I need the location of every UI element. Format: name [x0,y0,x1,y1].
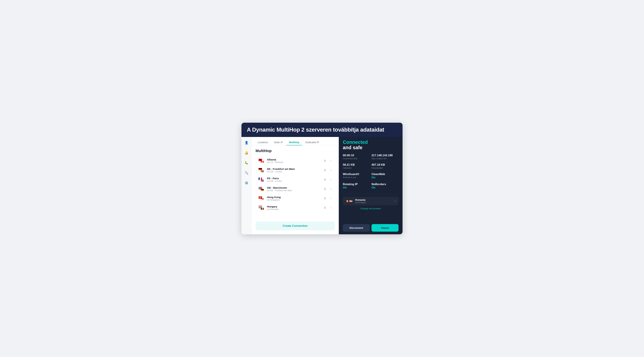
connected-header: Connected and safe [343,140,398,150]
server-info: Hong Kong via Singapore [267,196,323,201]
loc-flag-main: 🇷🇴 [345,200,350,203]
tab-locations[interactable]: Locations [255,140,271,145]
change-location-link[interactable]: Change exit location [343,207,398,210]
main-content: 👤 🔔 🐛 🔍 ⚙️ Locations Static IP MultiHop … [242,137,402,234]
tab-dedicated-ip[interactable]: Dedicated IP [303,140,322,145]
server-info: Albania via CA - Montreal [267,158,323,164]
stat-label-uploaded: Uploaded [343,167,370,169]
location-info: Romania via Hungary [355,198,394,204]
server-name: Hong Kong [267,196,323,198]
stat-cleanweb: CleanWeb On [372,172,398,179]
stat-subvalue-noborders: On [372,186,398,189]
stat-value-noborders: NoBorders [372,182,398,186]
create-connection-button[interactable]: Create Connection [256,222,335,230]
stat-value-uploaded: 58.21 KB [343,163,370,166]
stat-connection-time: 00:00:10 Connection time [343,154,370,160]
stat-uploaded: 58.21 KB Uploaded [343,163,370,169]
location-name: Romania [355,198,394,201]
flag-container: 🇦🇱 🇨🇦 [258,158,264,164]
server-actions: 🗑 ☆ [323,168,333,172]
flag-main: 🇬🇧 [258,186,263,190]
delete-icon[interactable]: 🗑 [323,206,327,210]
flag-main: 🇦🇱 [258,158,263,162]
sidebar-icon-notifications[interactable]: 🔔 [244,150,250,156]
sidebar-icon-profile[interactable]: 👤 [244,140,250,146]
section-title: MultiHop [256,149,335,153]
stat-rotating-ip: Rotating IP On [343,182,370,189]
stat-value-ip: 217.148.143.198 [372,154,398,157]
star-icon[interactable]: ☆ [329,158,333,163]
disconnect-button[interactable]: Disconnect [343,224,370,232]
location-star-icon[interactable]: ☆ [394,200,396,203]
list-item[interactable]: 🇦🇱 🇨🇦 Albania via CA - Montreal 🗑 ☆ [256,156,335,165]
server-name: Albania [267,158,323,161]
stat-protocol: WireGuard® Protocol in use [343,172,370,179]
create-btn-area: Create Connection [252,219,339,234]
stat-label-protocol: Protocol in use [343,176,370,178]
delete-icon[interactable]: 🗑 [323,158,327,163]
left-panel: Locations Static IP MultiHop Dedicated I… [252,137,339,234]
stat-downloaded: 407.18 KB Downloaded [372,163,398,169]
star-icon[interactable]: ☆ [329,177,333,182]
stat-label-downloaded: Downloaded [372,167,398,169]
star-icon[interactable]: ☆ [329,168,333,172]
sidebar-icon-settings[interactable]: ⚙️ [244,180,250,186]
star-icon[interactable]: ☆ [329,187,333,191]
flag-container: 🇩🇪 🇬🇧 [258,168,264,173]
sidebar: 👤 🔔 🐛 🔍 ⚙️ [242,137,252,234]
server-via: via DE - Frankfurt am Main [267,189,323,192]
stat-subvalue-rotating: On [343,186,370,189]
server-via: via Singapore [267,199,323,201]
delete-icon[interactable]: 🗑 [323,187,327,191]
flag-container: 🇬🇧 🇩🇪 [258,186,264,192]
server-name: GB - Manchester [267,186,323,189]
server-actions: 🗑 ☆ [323,206,333,210]
tabs-bar: Locations Static IP MultiHop Dedicated I… [252,137,339,145]
list-item[interactable]: 🇩🇪 🇬🇧 DE - Frankfurt am Main via GB - Lo… [256,166,335,174]
phone-content: Connected and safe 00:00:10 Connection t… [339,137,402,234]
stat-value-rotating: Rotating IP [343,182,370,186]
server-via: via Romania [267,208,323,210]
safe-text: and safe [343,145,398,150]
pause-button[interactable]: Pause [372,224,398,232]
location-bar: 🇷🇴 🇭🇺 Romania via Hungary ☆ [343,197,398,205]
server-info: GB - Manchester via DE - Frankfurt am Ma… [267,186,323,192]
sidebar-icon-search[interactable]: 🔍 [244,170,250,176]
server-actions: 🗑 ☆ [323,187,333,191]
stat-label-ip: Next rotation N/A [372,158,398,160]
server-actions: 🗑 ☆ [323,196,333,200]
flag-main: 🇩🇪 [258,168,263,171]
server-via: via GB - London [267,170,323,173]
server-info: DE - Frankfurt am Main via GB - London [267,168,323,173]
server-info: FR - Paris via GB - London [267,177,323,182]
tab-multihop[interactable]: MultiHop [286,140,302,145]
delete-icon[interactable]: 🗑 [323,196,327,200]
list-item[interactable]: 🇫🇷 🇬🇧 FR - Paris via GB - London 🗑 ☆ [256,175,335,184]
stat-value-time: 00:00:10 [343,154,370,157]
flag-main: 🇭🇺 [258,205,263,209]
list-item[interactable]: 🇭🇰 🇸🇬 Hong Kong via Singapore 🗑 ☆ [256,194,335,203]
delete-icon[interactable]: 🗑 [323,178,327,182]
stat-label-time: Connection time [343,158,370,160]
server-name: FR - Paris [267,177,323,180]
star-icon[interactable]: ☆ [329,196,333,200]
panel-content: MultiHop 🇦🇱 🇨🇦 Albania via CA - Montreal [252,145,339,219]
stat-value-cleanweb: CleanWeb [372,172,398,176]
star-icon[interactable]: ☆ [329,206,333,210]
bottom-buttons: Disconnect Pause [343,224,398,232]
banner-title: A Dynamic MultiHop 2 szerveren továbbítj… [247,126,397,133]
stat-subvalue-cleanweb: On [372,176,398,179]
stat-value-protocol: WireGuard® [343,172,370,176]
list-item[interactable]: 🇬🇧 🇩🇪 GB - Manchester via DE - Frankfurt… [256,185,335,193]
server-info: Hungary via Romania [267,205,323,210]
flag-main: 🇫🇷 [258,177,263,180]
server-actions: 🗑 ☆ [323,177,333,182]
list-item[interactable]: 🇭🇺 🇷🇴 Hungary via Romania 🗑 ☆ [256,204,335,212]
connected-text: Connected [343,140,398,145]
server-list: 🇦🇱 🇨🇦 Albania via CA - Montreal 🗑 ☆ [256,156,335,212]
right-panel: Connected and safe 00:00:10 Connection t… [339,137,402,234]
sidebar-icon-bug[interactable]: 🐛 [244,160,250,166]
tab-static-ip[interactable]: Static IP [271,140,286,145]
server-name: DE - Frankfurt am Main [267,168,323,170]
delete-icon[interactable]: 🗑 [323,168,327,172]
